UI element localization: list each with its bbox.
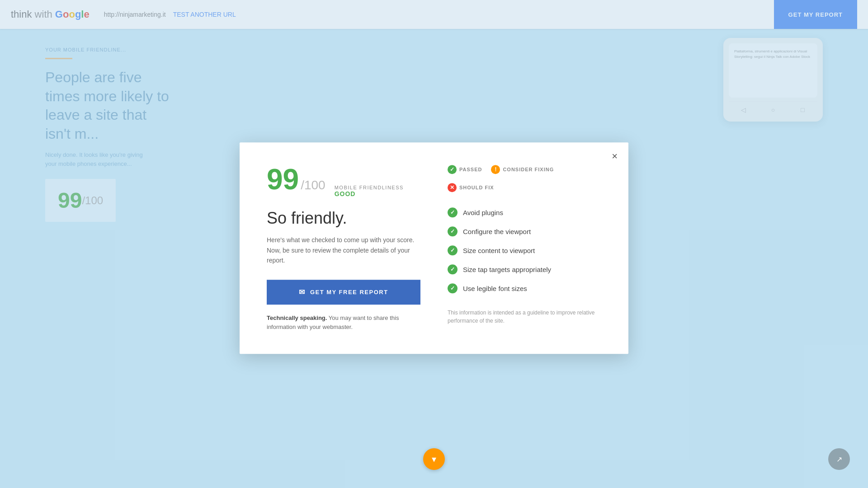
check-label-tap-targets: Size tap targets appropriately xyxy=(463,266,551,273)
modal-close-button[interactable]: × xyxy=(612,151,618,161)
list-item: ✓ Avoid plugins xyxy=(448,203,601,222)
check-icon-tap-targets: ✓ xyxy=(448,264,458,274)
should-fix-label: SHOULD FIX xyxy=(459,185,494,190)
legend-consider: ! CONSIDER FIXING xyxy=(491,165,554,174)
check-icon-configure-viewport: ✓ xyxy=(448,226,458,236)
score-denominator: /100 xyxy=(301,178,326,192)
modal-tagline: So friendly. xyxy=(267,208,420,228)
check-icon-size-content: ✓ xyxy=(448,245,458,255)
list-item: ✓ Use legible font sizes xyxy=(448,279,601,298)
legend-passed: ✓ PASSED xyxy=(448,165,482,174)
score-status: GOOD xyxy=(335,190,404,197)
modal-body: 99 /100 MOBILE FRIENDLINESS GOOD So frie… xyxy=(267,165,601,331)
consider-label: CONSIDER FIXING xyxy=(503,167,554,172)
list-item: ✓ Size tap targets appropriately xyxy=(448,260,601,279)
check-icon-avoid-plugins: ✓ xyxy=(448,207,458,217)
get-report-label: GET MY FREE REPORT xyxy=(310,289,388,296)
disclaimer-text: This information is intended as a guidel… xyxy=(448,309,601,325)
email-icon: ✉ xyxy=(299,288,306,297)
modal-left-column: 99 /100 MOBILE FRIENDLINESS GOOD So frie… xyxy=(267,165,420,331)
check-label-size-content: Size content to viewport xyxy=(463,247,535,254)
passed-icon: ✓ xyxy=(448,165,457,174)
technical-note-bold: Technically speaking. xyxy=(267,315,327,322)
score-category: MOBILE FRIENDLINESS xyxy=(335,185,404,190)
check-icon-font-sizes: ✓ xyxy=(448,283,458,293)
get-free-report-button[interactable]: ✉ GET MY FREE REPORT xyxy=(267,280,420,305)
should-fix-icon: ✕ xyxy=(448,183,457,192)
list-item: ✓ Size content to viewport xyxy=(448,241,601,260)
modal-description: Here's what we checked to come up with y… xyxy=(267,235,420,265)
check-label-font-sizes: Use legible font sizes xyxy=(463,285,527,292)
score-row: 99 /100 MOBILE FRIENDLINESS GOOD xyxy=(267,165,420,197)
list-item: ✓ Configure the viewport xyxy=(448,222,601,241)
consider-icon: ! xyxy=(491,165,500,174)
score-value: 99 xyxy=(267,165,299,194)
check-label-avoid-plugins: Avoid plugins xyxy=(463,209,503,216)
scroll-down-button[interactable]: ▾ xyxy=(423,448,445,470)
share-button[interactable]: ↗ xyxy=(828,448,850,470)
check-list: ✓ Avoid plugins ✓ Configure the viewport… xyxy=(448,203,601,298)
passed-label: PASSED xyxy=(459,167,482,172)
technical-note: Technically speaking. You may want to sh… xyxy=(267,314,420,332)
legend-should-fix: ✕ SHOULD FIX xyxy=(448,183,494,192)
results-modal: × 99 /100 MOBILE FRIENDLINESS GOOD So fr… xyxy=(240,142,628,354)
legend-row: ✓ PASSED ! CONSIDER FIXING ✕ SHOULD FIX xyxy=(448,165,601,192)
check-label-configure-viewport: Configure the viewport xyxy=(463,228,531,235)
modal-right-column: ✓ PASSED ! CONSIDER FIXING ✕ SHOULD FIX … xyxy=(448,165,601,331)
score-label: MOBILE FRIENDLINESS GOOD xyxy=(335,185,404,197)
